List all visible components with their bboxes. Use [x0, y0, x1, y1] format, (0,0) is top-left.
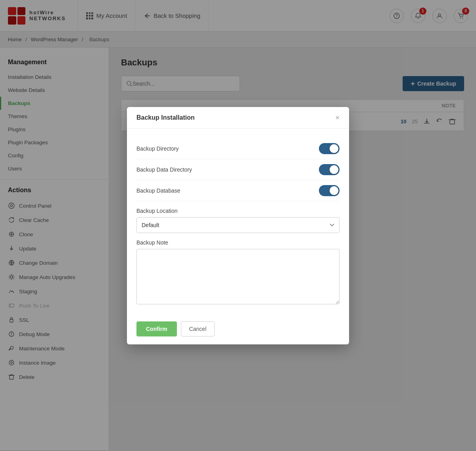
modal-title: Backup Installation [136, 114, 195, 121]
backup-directory-row: Backup Directory [136, 138, 340, 159]
cancel-button[interactable]: Cancel [181, 321, 215, 336]
modal-header: Backup Installation × [127, 107, 349, 129]
backup-location-label: Backup Location [136, 208, 340, 214]
modal-body: Backup Directory Backup Data Directory B… [127, 129, 349, 315]
backup-note-label: Backup Note [136, 239, 340, 246]
backup-location-group: Backup Location Default Remote Local [136, 208, 340, 233]
backup-database-toggle[interactable] [319, 185, 340, 196]
backup-data-directory-label: Backup Data Directory [136, 166, 192, 173]
backup-data-directory-toggle[interactable] [319, 164, 340, 175]
backup-directory-toggle[interactable] [319, 143, 340, 154]
backup-database-label: Backup Database [136, 187, 180, 194]
backup-data-directory-row: Backup Data Directory [136, 159, 340, 180]
backup-installation-modal: Backup Installation × Backup Directory B… [127, 107, 349, 344]
modal-footer: Confirm Cancel [127, 315, 349, 344]
modal-overlay[interactable]: Backup Installation × Backup Directory B… [0, 0, 476, 450]
modal-close-button[interactable]: × [335, 114, 340, 121]
backup-location-select[interactable]: Default Remote Local [136, 217, 340, 233]
confirm-button[interactable]: Confirm [136, 321, 177, 336]
backup-database-row: Backup Database [136, 180, 340, 201]
backup-note-group: Backup Note [136, 239, 340, 306]
backup-note-textarea[interactable] [136, 249, 340, 304]
backup-directory-label: Backup Directory [136, 145, 179, 152]
